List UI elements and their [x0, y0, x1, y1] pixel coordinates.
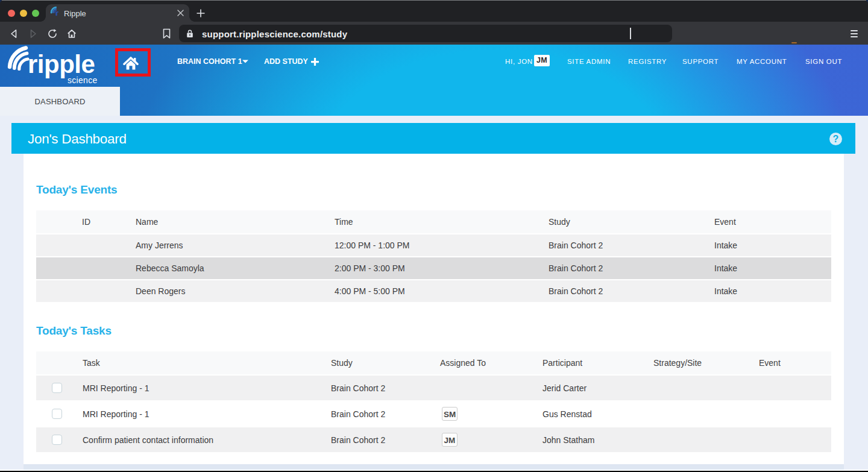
svg-text:science: science	[68, 75, 98, 85]
svg-text:ripple: ripple	[28, 50, 95, 78]
